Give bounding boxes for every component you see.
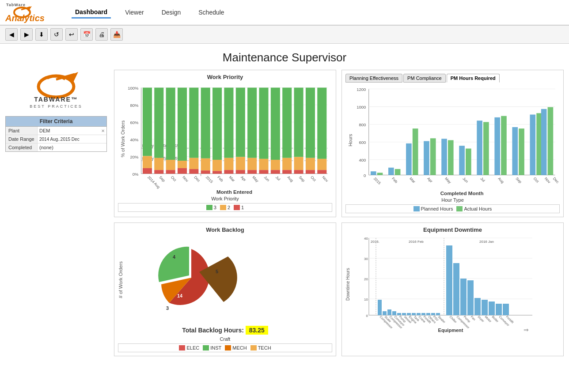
svg-rect-44 xyxy=(201,88,210,158)
legend-tech: TECH xyxy=(250,345,271,351)
tabware-logo-svg: TabWare Analytics xyxy=(5,2,54,23)
svg-text:2016 Jan: 2016 Jan xyxy=(479,240,494,244)
left-sidebar: TABWARE™ BEST PRACTICES Filter Criteria … xyxy=(5,70,107,356)
svg-rect-39 xyxy=(178,168,187,174)
svg-text:800: 800 xyxy=(359,122,366,127)
svg-text:% of Work Orders: % of Work Orders xyxy=(120,121,125,158)
nav-bar: Dashboard Viewer Design Schedule xyxy=(72,7,228,19)
pm-tab-bar: Planning Effectiveness PM Compliance PM … xyxy=(345,74,560,83)
filter-value-completed: (none) xyxy=(38,143,106,151)
pm-legend: Planned Hours Actual Hours xyxy=(345,204,560,213)
back-button[interactable]: ◀ xyxy=(5,28,18,41)
download-button[interactable]: ⬇ xyxy=(35,28,48,41)
svg-rect-177 xyxy=(453,263,459,315)
legend-elec: ELEC xyxy=(179,345,199,351)
svg-text:60%: 60% xyxy=(130,120,139,125)
svg-rect-38 xyxy=(178,161,187,168)
svg-text:Dryer: Dryer xyxy=(477,315,485,323)
svg-text:Jun: Jun xyxy=(462,176,469,184)
backlog-total-label: Total Backlog Hours: xyxy=(182,327,244,334)
nav-viewer[interactable]: Viewer xyxy=(121,7,148,18)
legend-label-planned: Planned Hours xyxy=(421,206,453,211)
svg-text:Apr: Apr xyxy=(426,176,433,183)
downtime-chart-svg: 40 30 20 10 0 2016. 2016 Feb 2016 J xyxy=(351,236,537,333)
legend-planned-hours: Planned Hours xyxy=(413,206,453,211)
legend-swatch-2 xyxy=(220,205,226,210)
legend-label-2: 2 xyxy=(228,205,230,210)
svg-rect-41 xyxy=(189,158,198,169)
svg-text:Feb: Feb xyxy=(216,175,224,183)
svg-text:Nov: Nov xyxy=(544,176,552,184)
svg-rect-176 xyxy=(446,245,452,315)
svg-rect-57 xyxy=(247,158,257,170)
svg-text:Oct: Oct xyxy=(532,176,540,184)
svg-rect-63 xyxy=(271,160,280,170)
svg-text:BEST PRACTICES: BEST PRACTICES xyxy=(30,104,82,109)
equipment-downtime-panel: Equipment Downtime Downtime Hours xyxy=(341,222,564,356)
filter-row-daterange: Date Range 2014 Aug..2015 Dec xyxy=(6,135,106,143)
svg-text:2015: 2015 xyxy=(205,175,214,184)
refresh-button[interactable]: ↺ xyxy=(50,28,63,41)
downtime-chart-area: Downtime Hours 40 30 20 10 xyxy=(345,236,560,333)
filter-row-completed: Completed (none) xyxy=(6,143,106,151)
svg-text:Motor: Motor xyxy=(484,315,492,323)
svg-rect-121 xyxy=(483,122,489,175)
filter-criteria-box: Filter Criteria Plant DEM ✕ Date Range 2… xyxy=(5,116,107,152)
svg-rect-51 xyxy=(224,158,233,170)
svg-rect-120 xyxy=(477,121,482,175)
toolbar: ◀ ▶ ⬇ ↺ ↩ 📅 🖨 📥 xyxy=(0,26,569,44)
legend-swatch-inst xyxy=(203,345,209,351)
legend-label-1: 1 xyxy=(241,205,244,210)
svg-rect-124 xyxy=(512,127,518,175)
backlog-total-row: Total Backlog Hours: 83.25 xyxy=(118,327,332,334)
forward-button[interactable]: ▶ xyxy=(20,28,33,41)
svg-rect-69 xyxy=(294,157,303,170)
svg-text:Sep: Sep xyxy=(298,175,306,183)
legend-label-mech: MECH xyxy=(232,345,247,351)
svg-text:0%: 0% xyxy=(133,172,139,177)
svg-rect-35 xyxy=(166,160,175,170)
calendar-button[interactable]: 📅 xyxy=(80,28,93,41)
svg-rect-58 xyxy=(247,170,257,173)
tab-pm-compliance[interactable]: PM Compliance xyxy=(403,74,446,83)
nav-design[interactable]: Design xyxy=(158,7,185,18)
legend-swatch-planned xyxy=(413,206,420,211)
print-button[interactable]: 🖨 xyxy=(95,28,108,41)
svg-text:400: 400 xyxy=(359,158,366,162)
svg-rect-67 xyxy=(282,170,292,173)
legend-swatch-3 xyxy=(206,205,212,210)
svg-text:Nov: Nov xyxy=(182,175,190,183)
svg-text:2016.: 2016. xyxy=(371,240,379,244)
svg-rect-46 xyxy=(201,170,210,173)
backlog-chart-row: # of Work Orders xyxy=(118,236,332,324)
legend-label-inst: INST xyxy=(210,345,221,351)
svg-text:Oct: Oct xyxy=(170,175,178,182)
svg-text:3: 3 xyxy=(166,305,169,311)
svg-rect-76 xyxy=(317,170,326,173)
svg-rect-114 xyxy=(424,141,429,175)
svg-rect-70 xyxy=(294,170,303,173)
nav-dashboard[interactable]: Dashboard xyxy=(72,7,111,19)
content-area: TABWARE™ BEST PRACTICES Filter Criteria … xyxy=(0,70,569,362)
tab-pm-hours-required[interactable]: PM Hours Required xyxy=(447,74,500,83)
svg-text:0: 0 xyxy=(364,173,366,178)
svg-rect-53 xyxy=(236,88,245,157)
import-button[interactable]: 📥 xyxy=(110,28,123,41)
filter-clear-plant[interactable]: ✕ xyxy=(101,128,105,133)
svg-rect-32 xyxy=(154,158,163,170)
tab-planning-effectiveness[interactable]: Planning Effectiveness xyxy=(345,74,402,83)
svg-rect-31 xyxy=(154,88,163,158)
undo-button[interactable]: ↩ xyxy=(65,28,78,41)
svg-text:2016 Feb: 2016 Feb xyxy=(409,240,424,244)
legend-label-3: 3 xyxy=(214,205,216,210)
svg-rect-178 xyxy=(460,279,467,315)
filter-label-daterange: Date Range xyxy=(6,135,38,143)
svg-rect-29 xyxy=(143,156,152,168)
svg-rect-42 xyxy=(189,169,198,174)
filter-header: Filter Criteria xyxy=(6,117,106,127)
svg-rect-47 xyxy=(212,88,222,160)
svg-rect-73 xyxy=(306,170,315,173)
nav-schedule[interactable]: Schedule xyxy=(195,7,228,18)
svg-text:20: 20 xyxy=(364,277,368,281)
work-backlog-title: Work Backlog xyxy=(118,226,332,233)
